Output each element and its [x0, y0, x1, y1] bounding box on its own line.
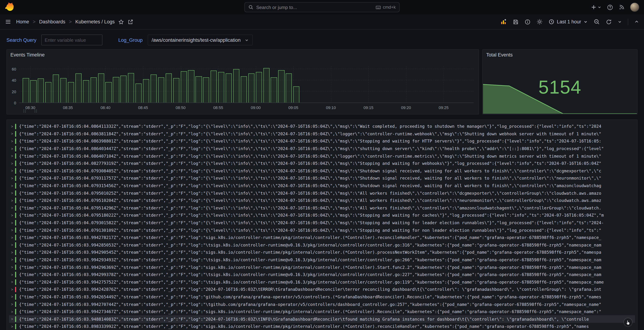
log-level-indicator: [15, 301, 16, 307]
panel-title-total-events[interactable]: Total Events: [486, 52, 513, 58]
log-expand-caret[interactable]: >: [9, 176, 15, 180]
log-row[interactable]: >{"time":"2024-07-16T16:05:03.994285053Z…: [9, 241, 635, 249]
grafana-logo[interactable]: [5, 2, 15, 12]
log-row[interactable]: >{"time":"2024-07-16T16:05:03.994278217Z…: [9, 234, 635, 241]
log-expand-caret[interactable]: >: [9, 154, 15, 158]
timeline-plot[interactable]: [19, 66, 474, 103]
log-expand-caret[interactable]: >: [9, 206, 15, 210]
share-button[interactable]: [128, 19, 133, 25]
refresh-interval-dropdown[interactable]: [618, 20, 622, 24]
log-expand-caret[interactable]: >: [9, 228, 15, 232]
search-box[interactable]: cmd+k: [244, 2, 400, 12]
refresh-button[interactable]: [606, 19, 612, 25]
log-text: {"time":"2024-07-16T16:05:04.079311757Z"…: [19, 176, 601, 181]
x-tick-label: 09:05: [288, 105, 298, 110]
news-button[interactable]: [619, 4, 624, 10]
log-row[interactable]: >{"time":"2024-07-16T16:05:04.079514296Z…: [9, 204, 635, 212]
log-expand-caret[interactable]: >: [9, 317, 15, 321]
log-row[interactable]: >{"time":"2024-07-16T16:05:03.948814083Z…: [9, 315, 635, 323]
log-row[interactable]: >{"time":"2024-07-16T16:05:04.079308405Z…: [9, 167, 635, 175]
log-row[interactable]: >{"time":"2024-07-16T16:05:04.079518022Z…: [9, 212, 635, 219]
log-expand-caret[interactable]: >: [9, 139, 15, 143]
log-expand-caret[interactable]: >: [9, 169, 15, 173]
log-row[interactable]: >{"time":"2024-07-16T16:05:04.079311757Z…: [9, 175, 635, 182]
breadcrumb-dashboards[interactable]: Dashboards: [39, 19, 66, 25]
log-row[interactable]: >{"time":"2024-07-16T16:05:04.079301582Z…: [9, 219, 635, 226]
search-icon: [248, 5, 253, 10]
log-row[interactable]: >{"time":"2024-07-16T16:05:04.079315456Z…: [9, 182, 635, 190]
log-expand-caret[interactable]: >: [9, 213, 15, 217]
log-expand-caret[interactable]: >: [9, 273, 15, 277]
log-row[interactable]: >{"time":"2024-07-16T16:05:03.994265449Z…: [9, 293, 635, 300]
log-expand-caret[interactable]: >: [9, 147, 15, 151]
log-expand-caret[interactable]: >: [9, 221, 15, 225]
log-row[interactable]: >{"time":"2024-07-16T16:05:04.086411332Z…: [9, 123, 635, 130]
log-expand-caret[interactable]: >: [9, 280, 15, 284]
log-text: {"time":"2024-07-16T16:05:03.994273467Z"…: [19, 309, 601, 314]
search-input[interactable]: [256, 5, 373, 10]
log-expand-caret[interactable]: >: [9, 243, 15, 247]
log-expand-caret[interactable]: >: [9, 265, 15, 269]
log-row[interactable]: >{"time":"2024-07-16T16:05:03.994293493Z…: [9, 256, 635, 263]
new-menu-button[interactable]: [591, 4, 601, 10]
log-row[interactable]: >{"time":"2024-07-16T16:05:03.994299378Z…: [9, 271, 635, 278]
top-navigation-bar: cmd+k: [0, 0, 644, 14]
log-expand-caret[interactable]: >: [9, 191, 15, 195]
log-row[interactable]: >{"time":"2024-07-16T16:05:04.079501025Z…: [9, 190, 635, 197]
log-row[interactable]: >{"time":"2024-07-16T16:05:04.086398801Z…: [9, 137, 635, 145]
log-row[interactable]: >{"time":"2024-07-16T16:05:04.086407104Z…: [9, 152, 635, 160]
add-panel-button[interactable]: [501, 19, 507, 25]
log-expand-caret[interactable]: >: [9, 302, 15, 306]
panel-title-events-timeline[interactable]: Events Timeline: [10, 52, 45, 58]
y-tick-label: 40: [12, 78, 16, 82]
log-text: {"time":"2024-07-16T16:05:03.994265449Z"…: [19, 294, 601, 299]
log-expand-caret[interactable]: >: [9, 132, 15, 136]
x-tick-label: 08:50: [176, 105, 186, 110]
log-expand-caret[interactable]: >: [9, 295, 15, 299]
log-row[interactable]: >{"time":"2024-07-16T16:05:04.086403447Z…: [9, 145, 635, 152]
favorite-star-button[interactable]: [118, 19, 124, 25]
log-expand-caret[interactable]: >: [9, 161, 15, 166]
timeline-bar: [158, 77, 164, 103]
log-expand-caret[interactable]: >: [9, 250, 15, 254]
search-shortcut: cmd+k: [376, 5, 396, 10]
log-expand-caret[interactable]: >: [9, 258, 15, 262]
log-row[interactable]: >{"time":"2024-07-16T16:05:03.994296369Z…: [9, 264, 635, 271]
user-avatar[interactable]: [630, 3, 639, 12]
dashboard-insights-button[interactable]: [525, 19, 530, 25]
log-level-indicator: [15, 294, 16, 300]
menu-toggle-button[interactable]: [5, 19, 11, 25]
log-text: {"time":"2024-07-16T16:05:03.898333992Z"…: [19, 324, 589, 329]
log-level-indicator: [15, 287, 16, 292]
help-button[interactable]: [607, 4, 613, 10]
log-expand-caret[interactable]: >: [9, 236, 15, 240]
x-tick-label: 08:40: [100, 105, 110, 110]
save-dashboard-button[interactable]: [513, 19, 519, 25]
dashboard-settings-button[interactable]: [537, 19, 543, 25]
log-row[interactable]: >{"time":"2024-07-16T16:05:03.994275752Z…: [9, 278, 635, 286]
log-row[interactable]: >{"time":"2024-07-16T16:05:03.994242876Z…: [9, 286, 635, 293]
log-expand-caret[interactable]: >: [9, 324, 15, 328]
variable-select-log-group[interactable]: /aws/containerinsights/test-cw/applicati…: [148, 35, 253, 45]
log-expand-caret[interactable]: >: [9, 310, 15, 314]
log-row[interactable]: >{"time":"2024-07-16T16:05:04.079130109Z…: [9, 227, 635, 234]
log-row[interactable]: >{"time":"2024-07-16T16:05:03.994270744Z…: [9, 301, 635, 308]
log-row[interactable]: >{"time":"2024-07-16T16:05:03.898333992Z…: [9, 323, 635, 330]
variable-input-search-query[interactable]: [42, 35, 102, 45]
log-row[interactable]: >{"time":"2024-07-16T16:05:03.994273467Z…: [9, 308, 635, 315]
log-level-indicator: [15, 250, 16, 255]
log-row[interactable]: >{"time":"2024-07-16T16:05:03.994290545Z…: [9, 249, 635, 256]
log-expand-caret[interactable]: >: [9, 184, 15, 188]
log-expand-caret[interactable]: >: [9, 124, 15, 128]
log-row[interactable]: >{"time":"2024-07-16T16:05:04.079510204Z…: [9, 197, 635, 204]
breadcrumb-home[interactable]: Home: [16, 19, 29, 25]
hand-pointer-icon: [626, 320, 630, 325]
time-range-picker[interactable]: Last 1 hour: [549, 19, 588, 25]
log-expand-caret[interactable]: >: [9, 199, 15, 202]
log-row[interactable]: >{"time":"2024-07-16T16:05:04.082779319Z…: [9, 160, 635, 167]
zoom-out-button[interactable]: [594, 19, 600, 25]
log-row[interactable]: >{"time":"2024-07-16T16:05:04.086381184Z…: [9, 130, 635, 137]
log-expand-caret[interactable]: >: [9, 287, 15, 291]
collapse-toolbar-button[interactable]: [634, 20, 639, 24]
log-level-indicator: [15, 153, 16, 159]
